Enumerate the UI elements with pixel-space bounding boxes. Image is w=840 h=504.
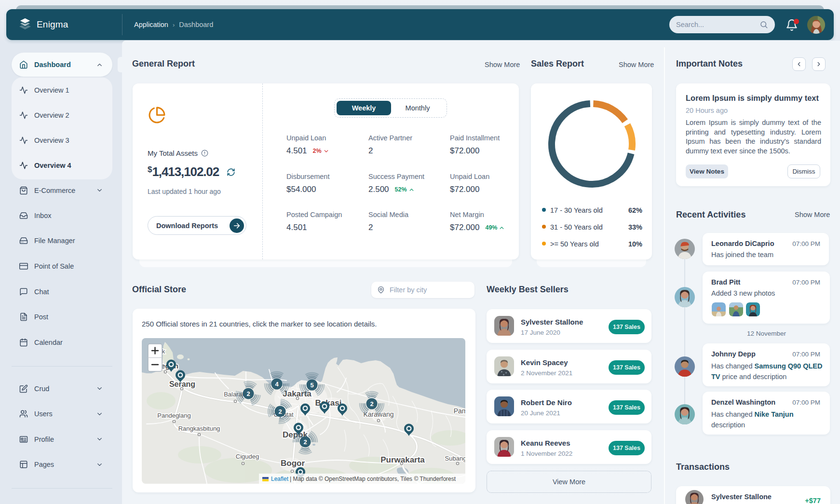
svg-text:2: 2 — [246, 390, 250, 397]
svg-text:2: 2 — [278, 408, 282, 415]
svg-text:k: k — [162, 348, 165, 355]
svg-text:5: 5 — [310, 381, 313, 389]
svg-text:Leaflet: Leaflet — [271, 476, 289, 482]
svg-text:Rangkasbitung: Rangkasbitung — [178, 425, 220, 432]
svg-text:| Map data © OpenStreetMap con: | Map data © OpenStreetMap contributors,… — [290, 476, 456, 482]
svg-text:Bogor: Bogor — [281, 459, 305, 468]
svg-text:Cigudeg: Cigudeg — [236, 453, 259, 460]
svg-text:Subang: Subang — [445, 455, 465, 462]
svg-text:Pandeglang: Pandeglang — [157, 412, 190, 419]
svg-text:2: 2 — [303, 438, 307, 446]
svg-text:Serang: Serang — [169, 380, 195, 388]
svg-text:4: 4 — [275, 381, 279, 388]
svg-text:Pama: Pama — [454, 407, 465, 415]
svg-text:2: 2 — [370, 400, 373, 408]
